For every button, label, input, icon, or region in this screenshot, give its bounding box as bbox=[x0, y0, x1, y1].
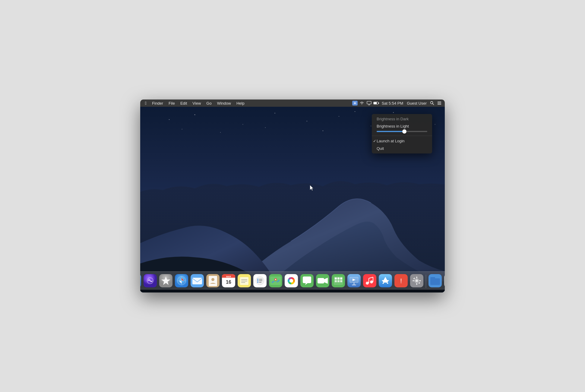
dock-icon-finder[interactable] bbox=[140, 273, 142, 288]
dock-icon-desktop[interactable] bbox=[428, 273, 442, 288]
quit-item[interactable]: Quit bbox=[372, 145, 432, 152]
svg-line-6 bbox=[356, 104, 356, 104]
dock-icon-notification[interactable]: ! bbox=[394, 273, 408, 288]
svg-point-32 bbox=[265, 127, 266, 128]
dock-icon-messages[interactable] bbox=[300, 273, 314, 288]
dock-icon-reminders[interactable] bbox=[253, 273, 267, 288]
menubar-left:  Finder File Edit View Go Window Help bbox=[143, 100, 352, 106]
dock-icon-appstore[interactable] bbox=[378, 273, 393, 288]
svg-point-72 bbox=[257, 282, 258, 283]
dock-icon-calendar[interactable]: 16 MAR bbox=[221, 273, 236, 288]
dock-icon-facetime[interactable] bbox=[315, 273, 330, 288]
svg-rect-9 bbox=[367, 101, 371, 104]
svg-rect-91 bbox=[335, 280, 337, 282]
svg-point-31 bbox=[220, 132, 221, 133]
menubar-file[interactable]: File bbox=[166, 100, 177, 106]
svg-point-23 bbox=[243, 124, 243, 125]
menu-separator bbox=[372, 136, 432, 136]
brightness-light-container: Brightness in Light bbox=[372, 123, 432, 134]
svg-point-22 bbox=[194, 114, 195, 115]
brightness-slider[interactable] bbox=[377, 131, 427, 132]
svg-point-101 bbox=[370, 280, 373, 283]
dock-container: 16 MAR bbox=[140, 271, 445, 289]
wifi-icon[interactable] bbox=[359, 101, 365, 106]
svg-line-8 bbox=[354, 104, 354, 104]
brightness-light-item[interactable]: Brightness in Light bbox=[377, 124, 427, 130]
svg-rect-112 bbox=[416, 283, 417, 285]
svg-point-25 bbox=[307, 121, 308, 122]
dock-icon-notes[interactable] bbox=[237, 273, 251, 288]
dock-icon-launchpad[interactable] bbox=[159, 273, 173, 288]
dock-icon-system-preferences[interactable] bbox=[410, 273, 424, 288]
svg-point-81 bbox=[289, 279, 293, 283]
dropdown-menu: Brightness in Dark Brightness in Light ✓… bbox=[372, 114, 432, 153]
apple-menu[interactable]:  bbox=[143, 100, 149, 106]
svg-rect-114 bbox=[419, 280, 421, 281]
svg-point-100 bbox=[366, 282, 369, 285]
dock-icon-mail[interactable] bbox=[190, 273, 204, 288]
menubar-window[interactable]: Window bbox=[215, 100, 233, 106]
dock-icon-photos[interactable] bbox=[284, 273, 299, 288]
brightness-status-icon[interactable] bbox=[352, 101, 358, 106]
svg-point-0 bbox=[354, 103, 356, 104]
svg-point-24 bbox=[275, 113, 275, 113]
slider-thumb[interactable] bbox=[402, 129, 406, 134]
menubar-go[interactable]: Go bbox=[204, 100, 214, 106]
svg-text:MAR: MAR bbox=[226, 276, 231, 278]
dock-icon-siri[interactable] bbox=[143, 273, 157, 288]
svg-point-26 bbox=[339, 116, 339, 117]
svg-rect-89 bbox=[337, 277, 340, 280]
svg-rect-118 bbox=[430, 278, 440, 285]
svg-point-33 bbox=[323, 130, 323, 131]
clock-display: Sat 5:54 PM bbox=[381, 100, 405, 106]
svg-rect-84 bbox=[318, 278, 324, 283]
dock-icon-maps[interactable] bbox=[268, 273, 283, 288]
svg-rect-38 bbox=[140, 274, 141, 287]
display-icon[interactable] bbox=[366, 101, 372, 106]
dock-icon-safari[interactable] bbox=[174, 273, 189, 288]
svg-point-15 bbox=[431, 102, 433, 104]
svg-rect-14 bbox=[378, 103, 379, 104]
svg-point-21 bbox=[169, 119, 169, 120]
svg-rect-120 bbox=[444, 274, 445, 287]
svg-rect-113 bbox=[413, 280, 414, 281]
svg-point-57 bbox=[211, 278, 214, 281]
dock-icon-contacts[interactable] bbox=[206, 273, 220, 288]
svg-rect-119 bbox=[430, 277, 435, 279]
dock: 16 MAR bbox=[140, 268, 445, 292]
svg-rect-88 bbox=[335, 277, 337, 280]
dock-separator bbox=[426, 275, 426, 288]
svg-rect-54 bbox=[192, 278, 202, 284]
svg-point-70 bbox=[257, 279, 258, 280]
menubar:  Finder File Edit View Go Window Help bbox=[140, 100, 445, 107]
launch-at-login-item[interactable]: ✓ Launch at Login bbox=[372, 137, 432, 145]
menubar-finder[interactable]: Finder bbox=[150, 100, 166, 106]
svg-point-35 bbox=[435, 124, 435, 125]
svg-line-5 bbox=[354, 102, 354, 102]
dock-icon-numbers[interactable] bbox=[331, 273, 346, 288]
svg-point-28 bbox=[393, 112, 394, 113]
notification-center-icon[interactable] bbox=[436, 101, 442, 106]
mouse-cursor bbox=[310, 185, 314, 191]
menubar-edit[interactable]: Edit bbox=[178, 100, 189, 106]
svg-point-30 bbox=[182, 129, 182, 129]
menubar-view[interactable]: View bbox=[190, 100, 203, 106]
svg-rect-92 bbox=[337, 280, 340, 282]
menubar-right: Sat 5:54 PM Guest User bbox=[352, 100, 442, 106]
brightness-dark-item[interactable]: Brightness in Dark bbox=[372, 115, 432, 123]
spotlight-icon[interactable] bbox=[429, 101, 435, 106]
dock-icon-trash[interactable] bbox=[444, 273, 445, 288]
svg-rect-90 bbox=[340, 277, 342, 280]
battery-icon[interactable] bbox=[373, 101, 379, 106]
desktop: Brightness in Dark Brightness in Light ✓… bbox=[140, 107, 445, 292]
menubar-help[interactable]: Help bbox=[234, 100, 247, 106]
svg-rect-13 bbox=[374, 102, 377, 104]
svg-line-16 bbox=[433, 104, 434, 105]
svg-point-34 bbox=[355, 111, 355, 112]
dock-icon-music[interactable] bbox=[362, 273, 377, 288]
svg-rect-99 bbox=[363, 274, 376, 287]
dock-icon-keynote[interactable] bbox=[347, 273, 361, 288]
launch-login-label: Launch at Login bbox=[377, 139, 405, 143]
svg-point-79 bbox=[275, 279, 276, 280]
user-display[interactable]: Guest User bbox=[406, 100, 428, 106]
